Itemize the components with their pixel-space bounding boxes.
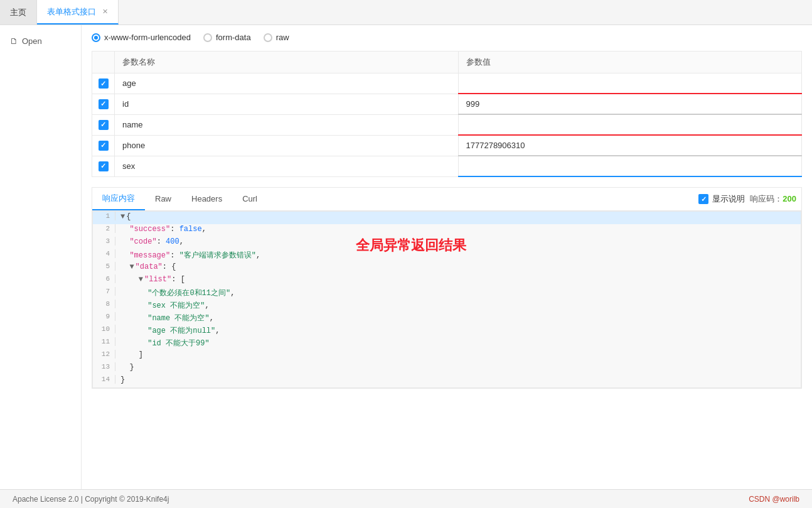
tab-home[interactable]: 主页 bbox=[0, 0, 37, 24]
radio-formdata-circle bbox=[203, 33, 212, 42]
row-age-name-input[interactable] bbox=[120, 77, 453, 89]
row-name-name-cell bbox=[115, 114, 459, 135]
line-num-8: 8 bbox=[93, 300, 115, 308]
row-id-name-cell bbox=[115, 94, 459, 114]
radio-formdata[interactable]: form-data bbox=[203, 33, 251, 42]
footer-attribution: CSDN @worilb bbox=[749, 495, 799, 504]
footer-license: Apache License 2.0 | Copyright © 2019-Kn… bbox=[13, 495, 169, 504]
code-line-7: 7 "个数必须在0和11之间", bbox=[93, 287, 801, 300]
table-row bbox=[92, 114, 802, 135]
open-file-icon: 🗋 bbox=[10, 36, 18, 46]
line-num-10: 10 bbox=[93, 325, 115, 333]
line-content-8: "sex 不能为空", bbox=[115, 300, 215, 311]
response-tab-right: 显示说明 响应码：200 bbox=[698, 193, 801, 205]
row-sex-name-cell bbox=[115, 156, 459, 176]
row-sex-value-cell bbox=[458, 156, 802, 176]
show-desc-checkbox-box[interactable] bbox=[698, 194, 708, 204]
line-num-7: 7 bbox=[93, 287, 115, 296]
line-content-5: ▼"data": { bbox=[115, 262, 181, 272]
row-age-checkbox[interactable] bbox=[99, 78, 109, 89]
radio-urlencoded[interactable]: x-www-form-urlencoded bbox=[92, 33, 191, 42]
line-content-7: "个数必须在0和11之间", bbox=[115, 287, 240, 299]
show-desc-checkbox[interactable]: 显示说明 bbox=[698, 193, 745, 205]
line-content-14: } bbox=[115, 375, 130, 385]
row-name-checkbox-cell bbox=[92, 114, 115, 135]
row-sex-name-input[interactable] bbox=[120, 160, 453, 172]
sidebar-open-label: Open bbox=[22, 36, 42, 46]
row-id-checkbox[interactable] bbox=[99, 99, 109, 109]
tab-headers[interactable]: Headers bbox=[181, 189, 232, 210]
row-phone-name-input[interactable] bbox=[120, 139, 453, 151]
line-num-5: 5 bbox=[93, 262, 115, 271]
params-table: 参数名称 参数值 bbox=[92, 51, 802, 177]
line-num-9: 9 bbox=[93, 312, 115, 321]
code-area[interactable]: 1 ▼{ 2 "success": false, 3 "code": 400, bbox=[92, 211, 801, 388]
row-age-value-input[interactable] bbox=[464, 77, 797, 89]
line-num-3: 3 bbox=[93, 237, 115, 246]
row-id-checkbox-cell bbox=[92, 94, 115, 114]
line-num-12: 12 bbox=[93, 350, 115, 359]
code-line-2: 2 "success": false, bbox=[93, 224, 801, 237]
row-phone-checkbox[interactable] bbox=[99, 141, 109, 151]
row-id-value-input[interactable] bbox=[464, 98, 797, 110]
row-age-checkbox-cell bbox=[92, 73, 115, 94]
radio-urlencoded-label: x-www-form-urlencoded bbox=[104, 33, 191, 42]
code-line-1: 1 ▼{ bbox=[93, 212, 801, 224]
radio-raw[interactable]: raw bbox=[264, 33, 289, 42]
tab-curl[interactable]: Curl bbox=[232, 189, 267, 210]
th-param-name: 参数名称 bbox=[115, 51, 459, 73]
code-line-5: 5 ▼"data": { bbox=[93, 262, 801, 274]
code-line-14: 14 } bbox=[93, 375, 801, 387]
footer: Apache License 2.0 | Copyright © 2019-Kn… bbox=[0, 489, 812, 508]
row-name-checkbox[interactable] bbox=[99, 120, 109, 130]
sidebar-item-open[interactable]: 🗋 Open bbox=[0, 31, 81, 51]
line-content-1: ▼{ bbox=[115, 212, 136, 222]
row-sex-checkbox-cell bbox=[92, 156, 115, 176]
table-header-row: 参数名称 参数值 bbox=[92, 51, 802, 73]
tab-raw[interactable]: Raw bbox=[145, 189, 181, 210]
row-sex-value-input[interactable] bbox=[464, 160, 797, 172]
table-row bbox=[92, 156, 802, 176]
line-content-13: } bbox=[115, 362, 139, 372]
code-line-13: 13 } bbox=[93, 362, 801, 375]
line-num-2: 2 bbox=[93, 224, 115, 233]
table-row bbox=[92, 135, 802, 156]
row-phone-checkbox-cell bbox=[92, 135, 115, 156]
row-phone-value-input[interactable] bbox=[464, 139, 797, 151]
tab-close-icon[interactable]: ✕ bbox=[102, 8, 108, 16]
tab-home-label: 主页 bbox=[10, 7, 26, 18]
row-name-name-input[interactable] bbox=[120, 119, 453, 131]
line-num-6: 6 bbox=[93, 274, 115, 283]
line-content-9: "name 不能为空", bbox=[115, 312, 219, 324]
response-tabs-bar: 响应内容 Raw Headers Curl 显示说明 响应码：200 bbox=[92, 188, 801, 211]
radio-raw-circle bbox=[264, 33, 272, 42]
code-line-11: 11 "id 不能大于99" bbox=[93, 337, 801, 350]
code-line-12: 12 ] bbox=[93, 350, 801, 362]
row-age-value-cell bbox=[458, 73, 802, 94]
row-sex-checkbox[interactable] bbox=[99, 161, 109, 171]
response-code-label: 响应码：200 bbox=[750, 193, 796, 205]
code-line-3: 3 "code": 400, bbox=[93, 237, 801, 249]
code-line-10: 10 "age 不能为null", bbox=[93, 325, 801, 337]
radio-urlencoded-circle bbox=[92, 33, 100, 42]
line-content-10: "age 不能为null", bbox=[115, 325, 225, 337]
main-layout: 🗋 Open x-www-form-urlencoded form-data r… bbox=[0, 25, 812, 508]
line-num-4: 4 bbox=[93, 249, 115, 258]
radio-formdata-label: form-data bbox=[216, 33, 251, 42]
line-content-6: ▼"list": [ bbox=[115, 274, 190, 284]
row-name-value-input[interactable] bbox=[464, 119, 797, 131]
radio-raw-label: raw bbox=[276, 33, 289, 42]
row-name-value-cell bbox=[458, 114, 802, 135]
response-section: 响应内容 Raw Headers Curl 显示说明 响应码：200 bbox=[92, 187, 802, 389]
line-content-4: "message": "客户端请求参数错误", bbox=[115, 249, 265, 261]
line-num-1: 1 bbox=[93, 212, 115, 220]
radio-group: x-www-form-urlencoded form-data raw bbox=[92, 33, 802, 42]
row-id-name-input[interactable] bbox=[120, 98, 453, 110]
tab-response-content[interactable]: 响应内容 bbox=[92, 188, 145, 210]
sidebar: 🗋 Open bbox=[0, 25, 82, 508]
line-content-2: "success": false, bbox=[115, 224, 211, 234]
response-code-value: 200 bbox=[783, 194, 796, 203]
tab-form-api[interactable]: 表单格式接口 ✕ bbox=[37, 0, 119, 24]
code-line-9: 9 "name 不能为空", bbox=[93, 312, 801, 325]
row-phone-name-cell bbox=[115, 135, 459, 156]
